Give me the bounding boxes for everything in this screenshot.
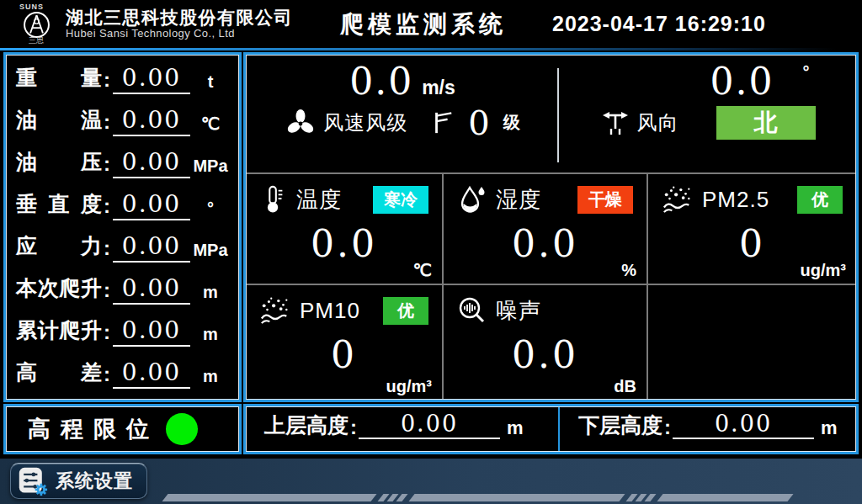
measure-value: 0.00 <box>113 109 190 136</box>
sensor-label: PM2.5 <box>702 187 769 213</box>
measure-row-oil-pressure: 油压: 0.00 MPa <box>16 148 231 178</box>
colon: : <box>104 363 110 386</box>
taskbar-decor-stripes <box>165 493 790 501</box>
noise-icon <box>457 295 487 326</box>
colon: : <box>104 321 110 344</box>
measure-label: 应力 <box>16 232 102 263</box>
measure-label: 累计爬升 <box>16 316 102 347</box>
upper-height-label: 上层高度 <box>264 411 349 439</box>
measure-value: 0.00 <box>113 193 190 220</box>
measure-row-oil-temp: 油温: 0.00 ℃ <box>16 106 231 136</box>
wind-direction-badge: 北 <box>716 106 816 140</box>
sensor-cell-humidity: 湿度 干燥 0.0 % <box>444 174 648 285</box>
colon: : <box>104 236 110 260</box>
lower-height-unit: m <box>821 417 838 439</box>
datetime-display: 2023-04-17 16:29:10 <box>552 12 766 36</box>
decor-bar <box>408 494 625 501</box>
upper-height-unit: m <box>507 417 524 439</box>
wind-direction-value: 0.0 <box>710 61 774 103</box>
status-circle <box>166 413 198 445</box>
measurements-panel: 重量: 0.00 t 油温: 0.00 ℃ 油压: 0.00 MPa 垂直度: … <box>3 52 242 402</box>
measure-value: 0.00 <box>113 235 190 263</box>
measure-unit: MPa <box>190 241 231 263</box>
sensor-cell-pm10: PM10 优 0 ug/m³ <box>246 285 444 400</box>
sensor-label: 湿度 <box>496 185 541 215</box>
droplet-icon <box>457 184 487 215</box>
dust-icon <box>259 295 291 326</box>
system-settings-button[interactable]: 系统设置 <box>10 463 147 499</box>
measure-row-current-climb: 本次爬升: 0.00 m <box>16 274 231 305</box>
measure-value: 0.00 <box>113 277 190 305</box>
fan-icon <box>285 107 317 139</box>
measure-unit: ℃ <box>190 114 231 136</box>
colon: : <box>104 68 110 92</box>
sensor-status-badge: 干燥 <box>577 186 633 214</box>
colon: : <box>350 416 357 439</box>
sensor-cell-pm25: PM2.5 优 0 ug/m³ <box>648 174 856 285</box>
decor-bar <box>657 494 793 501</box>
colon: : <box>104 194 110 218</box>
elevation-limit-panel: 高程限位 <box>3 404 242 454</box>
thermometer-icon <box>259 184 288 215</box>
taskbar: 系统设置 <box>0 459 862 504</box>
colon: : <box>664 416 671 439</box>
wind-group-label: 风速风级 <box>323 109 407 136</box>
measure-label: 油温 <box>16 106 102 136</box>
company-logo: SUNS 三思 <box>12 3 61 45</box>
sensor-value: 0.0 <box>444 225 646 263</box>
lower-height-value: 0.00 <box>673 412 814 439</box>
measure-unit: m <box>190 283 231 305</box>
sensor-value: 0.0 <box>444 337 646 374</box>
dust-icon <box>662 184 694 215</box>
upper-height-value: 0.00 <box>359 412 500 439</box>
measure-row-total-climb: 累计爬升: 0.00 m <box>16 316 231 347</box>
lower-height-group: 下层高度: 0.00 m <box>560 411 856 447</box>
wind-level-flag-icon <box>431 109 455 136</box>
colon: : <box>104 152 110 176</box>
measure-value: 0.00 <box>113 361 190 389</box>
measure-label: 高差 <box>16 358 102 389</box>
measure-label: 重量 <box>16 64 102 94</box>
sensor-status-badge: 寒冷 <box>373 186 428 214</box>
wind-direction-block: 0.0 ° 风向 <box>559 55 856 172</box>
company-name-block: 湖北三思科技股份有限公司 Hubei Sansi Technology Co.,… <box>66 8 293 40</box>
sensor-unit: ug/m³ <box>801 261 846 280</box>
measure-label: 垂直度 <box>16 190 102 220</box>
wind-level-unit: 级 <box>503 111 520 134</box>
wind-direction-unit: ° <box>802 62 809 82</box>
sensor-unit: % <box>621 261 636 280</box>
sensor-cell-temperature: 温度 寒冷 0.0 ℃ <box>246 174 444 285</box>
measure-value: 0.00 <box>113 319 190 347</box>
measure-unit: t <box>190 72 231 94</box>
decor-slashes <box>629 494 653 501</box>
hmi-screen: SUNS 三思 湖北三思科技股份有限公司 Hubei Sansi Technol… <box>0 0 862 504</box>
measure-unit: m <box>190 367 231 389</box>
company-name-en: Hubei Sansi Technology Co., Ltd <box>66 28 293 40</box>
measure-value: 0.00 <box>113 151 190 178</box>
measure-label: 本次爬升 <box>16 274 102 305</box>
settings-button-label: 系统设置 <box>56 469 133 494</box>
wind-section: 0.0 m/s <box>246 55 856 172</box>
measure-row-weight: 重量: 0.00 t <box>16 64 231 94</box>
header: SUNS 三思 湖北三思科技股份有限公司 Hubei Sansi Technol… <box>0 0 862 48</box>
measure-row-stress: 应力: 0.00 MPa <box>16 232 231 263</box>
sensor-grid: 温度 寒冷 0.0 ℃ <box>246 172 856 400</box>
measure-unit: ° <box>190 199 231 220</box>
sensor-value: 0.0 <box>246 225 442 263</box>
wind-speed-unit: m/s <box>422 77 455 99</box>
measure-row-height-diff: 高差: 0.00 m <box>16 358 231 389</box>
lower-height-label: 下层高度 <box>578 411 662 439</box>
company-name-cn: 湖北三思科技股份有限公司 <box>66 8 293 28</box>
colon: : <box>104 279 110 302</box>
environment-panel: 0.0 m/s <box>243 52 859 402</box>
logo-cn-text: 三思 <box>29 37 44 45</box>
sensor-cell-noise: 噪声 0.0 dB <box>444 285 648 400</box>
wind-speed-block: 0.0 m/s <box>246 55 559 172</box>
wind-speed-value: 0.0 <box>349 61 413 103</box>
measure-unit: m <box>190 325 231 347</box>
elevation-limit-label: 高程限位 <box>28 414 159 444</box>
measure-value: 0.00 <box>113 66 190 94</box>
sensor-status-badge: 优 <box>383 297 428 325</box>
wind-vane-icon <box>600 108 631 138</box>
decor-slashes <box>380 494 405 501</box>
